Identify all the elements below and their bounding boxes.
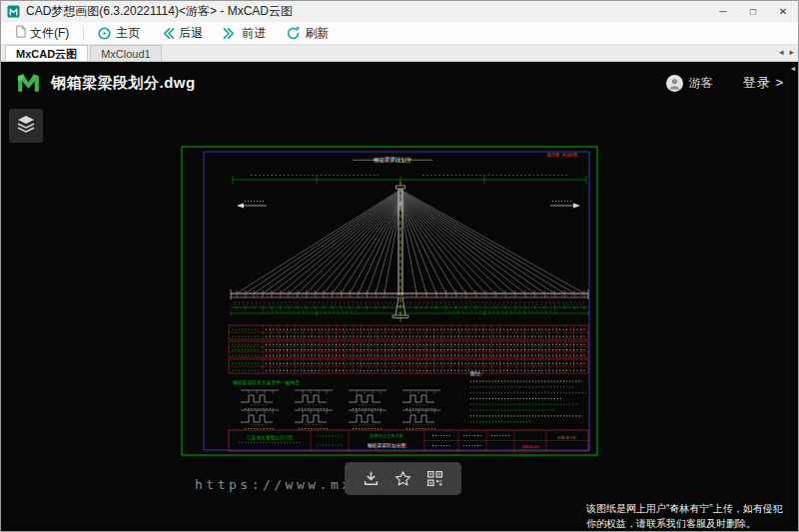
favorite-star-button[interactable] [395,470,411,487]
forward-icon [223,26,238,41]
back-button[interactable]: 后退 [153,23,210,44]
forward-button[interactable]: 前进 [216,23,273,44]
titlebar: CAD梦想画图(6.3.20221114)<游客> - MxCAD云图 ─ □ … [1,1,798,22]
titleblock-sheet: 钢箱梁梁段划分图 [368,442,406,449]
titleblock-project: 苏通长江公路大桥 [370,433,403,438]
login-link[interactable]: 登录 > [743,74,784,92]
drawing-title: 钢箱梁梁段划分 [373,156,412,163]
tabbar: MxCAD云图 MxCloud1 ◂ ▸ [1,45,798,62]
back-icon [160,26,175,41]
download-button[interactable] [363,470,380,487]
window-title: CAD梦想画图(6.3.20221114)<游客> - MxCAD云图 [26,3,708,20]
viewer-header: 钢箱梁梁段划分.dwg 游客 登录 > [1,62,798,104]
titleblock-institute: 江苏省交通规划设计院 [247,434,293,441]
toolbar-separator [83,26,84,40]
copyright-notice: 该图纸是网上用户“奇林有宁”上传，如有侵犯 你的权益，请联系我们客服及时删除。 [586,502,783,531]
cad-canvas[interactable]: 钢箱梁梁段划分.dwg 游客 登录 > ◂ 钢箱梁梁段划分 第5页 [1,62,798,532]
user-button[interactable]: 游客 [666,75,713,92]
notes-label: 附注: [470,370,482,377]
tab-mxcloud1[interactable]: MxCloud1 [90,45,162,61]
section-label: 钢箱梁梁段及吊索导管一般构造 [233,379,300,386]
layers-icon [16,114,36,138]
tab-scroll-left-icon[interactable]: ◂ [779,47,784,57]
layers-button[interactable] [9,109,43,143]
menubar: 文件(F) 主页 后退 前进 刷新 [1,22,798,45]
file-name: 钢箱梁梁段划分.dwg [51,74,196,93]
quick-toolbar [345,462,461,495]
app-icon [7,5,20,18]
tab-scroll-right-icon[interactable]: ▸ [789,47,794,57]
document-icon [15,25,26,41]
close-button[interactable]: ✕ [768,1,798,22]
refresh-button[interactable]: 刷新 [279,23,336,44]
maximize-button[interactable]: □ [738,1,768,22]
tab-mxcad[interactable]: MxCAD云图 [5,45,88,61]
panel-collapse-icon[interactable]: ◂ [791,64,795,73]
drawing-geometry [182,147,597,455]
file-menu[interactable]: 文件(F) [7,23,77,44]
refresh-icon [286,26,301,41]
qrcode-button[interactable] [426,470,443,487]
minimize-button[interactable]: ─ [708,1,738,22]
mxcad-logo-icon [15,70,42,97]
titleblock-number: S3B-Ⅲ-19 [557,435,576,440]
home-button[interactable]: 主页 [90,23,147,44]
copyright-notice-line2: 你的权益，请联系我们客服及时删除。 [586,517,783,532]
avatar-icon [666,75,683,92]
titleblock-date: 2004.03 [522,444,539,449]
copyright-notice-line1: 该图纸是网上用户“奇林有宁”上传，如有侵犯 [586,502,783,517]
user-name: 游客 [689,75,713,92]
home-icon [97,26,112,41]
page-info: 第5页 共99页 [546,152,577,158]
app-window: CAD梦想画图(6.3.20221114)<游客> - MxCAD云图 ─ □ … [0,0,799,532]
